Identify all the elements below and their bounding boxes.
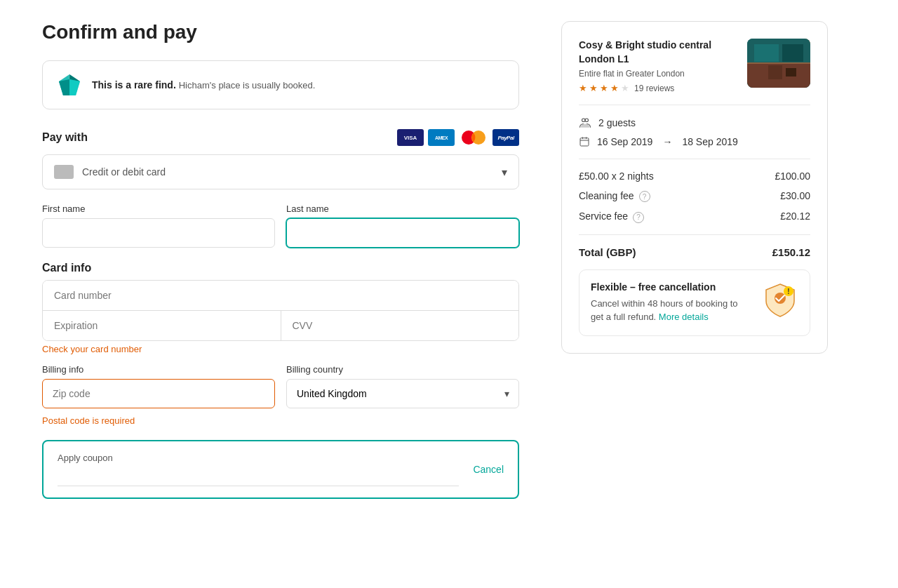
- billing-info-group: Billing info: [42, 364, 275, 408]
- cvv-input[interactable]: [281, 311, 519, 340]
- cleaning-help-icon[interactable]: ?: [639, 191, 650, 202]
- divider-3: [579, 234, 810, 235]
- svg-point-14: [582, 119, 586, 122]
- first-name-input[interactable]: [42, 218, 275, 248]
- card-number-input[interactable]: [43, 281, 518, 311]
- billing-section: Billing info Billing country United King…: [42, 364, 519, 426]
- coupon-left: Apply coupon: [58, 453, 459, 486]
- left-panel: Confirm and pay This is a rare find. Hic…: [42, 21, 519, 499]
- service-value: £20.12: [780, 211, 810, 222]
- svg-point-15: [585, 119, 589, 122]
- star-4: ★: [610, 83, 619, 93]
- country-select[interactable]: United Kingdom United States France Germ…: [286, 379, 519, 408]
- last-name-group: Last name: [286, 203, 519, 248]
- billing-info-label: Billing info: [42, 364, 275, 375]
- guests-detail: 2 guests: [579, 116, 810, 129]
- cleaning-value: £30.00: [780, 190, 810, 202]
- cancellation-title: Flexible – free cancellation: [591, 281, 752, 293]
- cleaning-label: Cleaning fee ?: [579, 190, 650, 202]
- chevron-down-icon: ▾: [502, 166, 507, 179]
- card-info-bottom: [43, 311, 518, 340]
- last-name-label: Last name: [286, 203, 519, 214]
- expiration-input[interactable]: [43, 311, 281, 340]
- star-1: ★: [579, 83, 587, 93]
- shield-icon: !: [762, 281, 798, 318]
- guests-count: 2 guests: [598, 117, 636, 128]
- total-label: Total (GBP): [579, 246, 636, 258]
- guests-icon: [579, 116, 591, 129]
- divider-2: [579, 159, 810, 159]
- zip-code-input[interactable]: [42, 379, 275, 408]
- property-info: Cosy & Bright studio central London L1 E…: [579, 39, 737, 93]
- star-5: ★: [621, 83, 629, 93]
- svg-rect-12: [786, 68, 796, 76]
- billing-country-label: Billing country: [286, 364, 519, 375]
- diamond-icon: [57, 72, 82, 98]
- amex-icon: AMEX: [428, 129, 455, 146]
- svg-rect-10: [782, 44, 803, 62]
- name-form-row: First name Last name: [42, 203, 519, 248]
- first-name-label: First name: [42, 203, 275, 214]
- svg-rect-16: [580, 138, 589, 146]
- rare-find-text: This is a rare find. Hicham's place is u…: [92, 79, 315, 91]
- right-panel: Cosy & Bright studio central London L1 E…: [561, 21, 828, 499]
- cancellation-box: Flexible – free cancellation Cancel with…: [579, 269, 810, 336]
- billing-country-group: Billing country United Kingdom United St…: [286, 364, 519, 408]
- card-error-text: Check your card number: [42, 344, 519, 354]
- card-selector-left: Credit or debit card: [54, 165, 166, 179]
- card-selector[interactable]: Credit or debit card ▾: [42, 154, 519, 189]
- total-value: £150.12: [772, 246, 810, 258]
- payment-icons: VISA AMEX PayPal: [397, 129, 519, 146]
- card-info-box: [42, 280, 519, 341]
- nightly-value: £100.00: [775, 171, 810, 182]
- billing-form-row: Billing info Billing country United King…: [42, 364, 519, 408]
- property-type: Entire flat in Greater London: [579, 69, 737, 79]
- cancellation-desc: Cancel within 48 hours of booking to get…: [591, 297, 752, 324]
- mastercard-icon: [459, 129, 488, 146]
- coupon-input[interactable]: [58, 469, 459, 486]
- card-selector-label: Credit or debit card: [82, 166, 166, 178]
- country-select-wrapper: United Kingdom United States France Germ…: [286, 379, 519, 408]
- svg-rect-11: [768, 65, 782, 79]
- last-name-input[interactable]: [286, 218, 519, 248]
- svg-rect-9: [754, 44, 779, 62]
- coupon-box: Apply coupon Cancel: [42, 440, 519, 499]
- nightly-label: £50.00 x 2 nights: [579, 171, 654, 182]
- dates-detail: 16 Sep 2019 → 18 Sep 2019: [579, 136, 810, 147]
- star-2: ★: [589, 83, 598, 93]
- reviews-count: 19 reviews: [634, 83, 674, 93]
- visa-icon: VISA: [397, 129, 424, 146]
- property-header: Cosy & Bright studio central London L1 E…: [579, 39, 810, 93]
- first-name-group: First name: [42, 203, 275, 248]
- more-details-link[interactable]: More details: [659, 312, 709, 322]
- zip-error-text: Postal code is required: [42, 415, 519, 426]
- svg-marker-3: [59, 79, 69, 95]
- total-row: Total (GBP) £150.12: [579, 246, 810, 258]
- checkout-date: 18 Sep 2019: [682, 136, 737, 147]
- svg-text:!: !: [787, 288, 789, 295]
- star-rating: ★ ★ ★ ★ ★ 19 reviews: [579, 83, 737, 93]
- cleaning-fee-row: Cleaning fee ? £30.00: [579, 190, 810, 202]
- cancellation-info: Flexible – free cancellation Cancel with…: [591, 281, 752, 324]
- card-chip-icon: [54, 165, 74, 179]
- paypal-icon: PayPal: [492, 129, 519, 146]
- calendar-icon: [579, 136, 590, 147]
- pay-with-label: Pay with: [42, 131, 88, 144]
- property-image: [747, 39, 810, 88]
- nightly-price-row: £50.00 x 2 nights £100.00: [579, 171, 810, 182]
- cancel-coupon-button[interactable]: Cancel: [473, 464, 504, 475]
- checkin-date: 16 Sep 2019: [597, 136, 652, 147]
- card-info-label: Card info: [42, 262, 519, 274]
- property-name: Cosy & Bright studio central London L1: [579, 39, 737, 66]
- card-info-section: Card info: [42, 262, 519, 274]
- service-label: Service fee ?: [579, 211, 644, 222]
- property-image-svg: [747, 39, 810, 88]
- rare-find-box: This is a rare find. Hicham's place is u…: [42, 60, 519, 109]
- shield-icon-wrapper: !: [762, 281, 798, 318]
- arrow-icon: →: [662, 136, 672, 147]
- pay-with-section: Pay with VISA AMEX PayPal: [42, 129, 519, 146]
- service-help-icon[interactable]: ?: [633, 212, 644, 223]
- coupon-label: Apply coupon: [58, 453, 459, 463]
- page-title: Confirm and pay: [42, 21, 519, 44]
- divider-1: [579, 105, 810, 105]
